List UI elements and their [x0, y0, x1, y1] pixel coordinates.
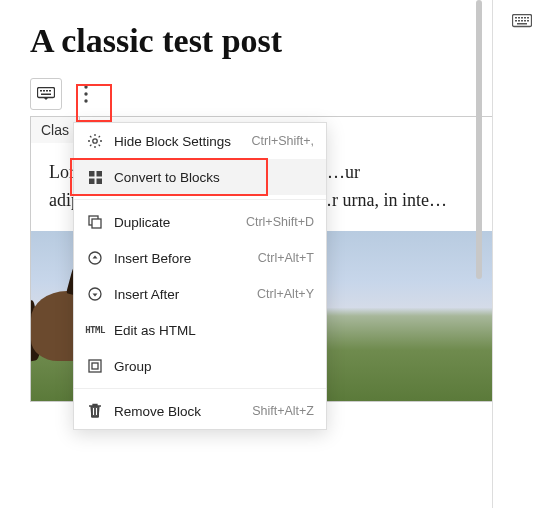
svg-rect-20	[91, 406, 99, 417]
trash-icon	[86, 402, 104, 420]
menu-item-label: Edit as HTML	[114, 323, 314, 338]
menu-item-label: Hide Block Settings	[114, 134, 251, 149]
menu-item-shortcut: Ctrl+Alt+T	[258, 251, 314, 265]
menu-item-shortcut: Ctrl+Shift+,	[251, 134, 314, 148]
svg-point-6	[84, 85, 87, 88]
svg-rect-3	[46, 90, 48, 92]
svg-rect-10	[89, 171, 95, 177]
post-title[interactable]: A classic test post	[30, 22, 520, 60]
svg-point-9	[93, 139, 97, 143]
svg-rect-31	[527, 20, 529, 22]
menu-item-shortcut: Shift+Alt+Z	[252, 404, 314, 418]
more-options-button[interactable]	[72, 80, 100, 108]
menu-item-label: Group	[114, 359, 314, 374]
block-options-menu: Hide Block SettingsCtrl+Shift+,Convert t…	[73, 122, 327, 430]
menu-item-duplicate[interactable]: DuplicateCtrl+Shift+D	[74, 204, 326, 240]
svg-rect-30	[524, 20, 526, 22]
duplicate-icon	[86, 213, 104, 231]
keyboard-icon	[512, 14, 532, 28]
menu-item-insert-after[interactable]: Insert AfterCtrl+Alt+Y	[74, 276, 326, 312]
menu-item-remove-block[interactable]: Remove BlockShift+Alt+Z	[74, 393, 326, 429]
menu-item-group[interactable]: Group	[74, 348, 326, 384]
svg-rect-0	[38, 88, 55, 98]
menu-item-shortcut: Ctrl+Alt+Y	[257, 287, 314, 301]
svg-rect-15	[92, 219, 101, 228]
svg-rect-4	[49, 90, 51, 92]
more-vertical-icon	[84, 85, 88, 103]
html-icon: HTML	[86, 321, 104, 339]
insert-before-icon	[86, 249, 104, 267]
menu-item-insert-before[interactable]: Insert BeforeCtrl+Alt+T	[74, 240, 326, 276]
svg-rect-5	[41, 94, 51, 96]
svg-rect-11	[96, 171, 102, 177]
keyboard-input-button[interactable]	[30, 78, 62, 110]
grid-icon	[86, 168, 104, 186]
svg-rect-18	[89, 360, 101, 372]
insert-after-icon	[86, 285, 104, 303]
svg-rect-13	[96, 178, 102, 184]
svg-rect-1	[40, 90, 42, 92]
svg-rect-32	[517, 23, 527, 25]
right-sidebar	[492, 0, 550, 508]
svg-rect-23	[518, 17, 520, 19]
keyboard-icon	[37, 87, 55, 101]
menu-separator	[74, 388, 326, 389]
svg-rect-19	[92, 363, 98, 369]
svg-point-8	[84, 99, 87, 102]
menu-separator	[74, 199, 326, 200]
menu-item-label: Duplicate	[114, 215, 246, 230]
menu-item-label: Remove Block	[114, 404, 252, 419]
menu-item-label: Convert to Blocks	[114, 170, 314, 185]
group-icon	[86, 357, 104, 375]
menu-item-convert-to-blocks[interactable]: Convert to Blocks	[74, 159, 326, 195]
gear-icon	[86, 132, 104, 150]
svg-rect-29	[521, 20, 523, 22]
svg-rect-25	[524, 17, 526, 19]
svg-rect-22	[515, 17, 517, 19]
svg-rect-26	[527, 17, 529, 19]
menu-item-shortcut: Ctrl+Shift+D	[246, 215, 314, 229]
svg-rect-28	[518, 20, 520, 22]
svg-point-7	[84, 92, 87, 95]
block-toolbar	[30, 78, 520, 110]
menu-item-hide-block-settings[interactable]: Hide Block SettingsCtrl+Shift+,	[74, 123, 326, 159]
svg-rect-2	[43, 90, 45, 92]
svg-rect-27	[515, 20, 517, 22]
scrollbar[interactable]	[476, 0, 482, 279]
svg-rect-24	[521, 17, 523, 19]
menu-item-label: Insert Before	[114, 251, 258, 266]
menu-item-label: Insert After	[114, 287, 257, 302]
svg-rect-12	[89, 178, 95, 184]
menu-item-edit-as-html[interactable]: HTMLEdit as HTML	[74, 312, 326, 348]
